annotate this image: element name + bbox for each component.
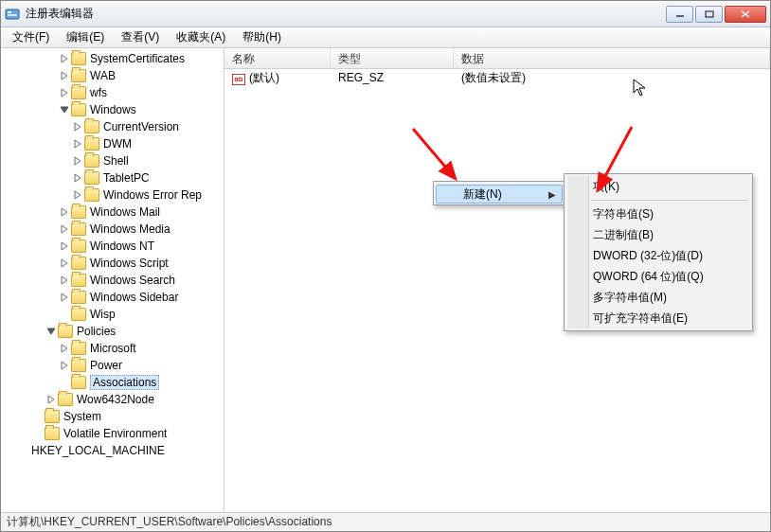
maximize-button[interactable]: [695, 6, 723, 23]
folder-icon: [71, 86, 86, 99]
tree-twisty-icon[interactable]: [71, 173, 84, 183]
folder-icon: [71, 342, 86, 355]
tree-view[interactable]: SystemCertificatesWABwfsWindowsCurrentVe…: [1, 48, 224, 512]
tree-item[interactable]: Wisp: [1, 306, 224, 323]
tree-item[interactable]: wfs: [1, 84, 224, 101]
tree-twisty-icon[interactable]: [45, 395, 58, 404]
menu-help[interactable]: 帮助(H): [235, 27, 289, 47]
folder-icon: [71, 69, 86, 82]
tree-twisty-icon[interactable]: [71, 122, 84, 132]
tree-item-label: Windows Sidebar: [90, 291, 178, 304]
tree-item-label: DWM: [103, 137, 132, 151]
tree-item-label: Volatile Environment: [63, 427, 167, 440]
window-title: 注册表编辑器: [26, 6, 666, 22]
tree-item[interactable]: Wow6432Node: [1, 391, 224, 408]
tree-item[interactable]: HKEY_LOCAL_MACHINE: [1, 442, 224, 459]
submenu-qword-label: QWORD (64 位)值(Q): [593, 269, 704, 285]
folder-icon: [84, 120, 99, 133]
tree-twisty-icon[interactable]: [58, 224, 71, 234]
submenu-key[interactable]: 项(K): [566, 176, 750, 197]
value-list[interactable]: 名称 类型 数据 ab(默认)REG_SZ(数值未设置) 新建(N) ▶ 项(K…: [224, 48, 770, 512]
context-submenu-new[interactable]: 项(K) 字符串值(S) 二进制值(B) DWORD (32-位)值(D) QW…: [564, 173, 753, 331]
folder-icon: [71, 103, 86, 116]
menu-edit[interactable]: 编辑(E): [59, 27, 112, 47]
tree-item[interactable]: Windows Media: [1, 221, 224, 238]
submenu-multistring[interactable]: 多字符串值(M): [566, 287, 750, 308]
context-menu[interactable]: 新建(N) ▶: [433, 181, 565, 205]
tree-item-label: WAB: [90, 69, 116, 82]
tree-item[interactable]: System: [1, 408, 224, 425]
menu-favorites[interactable]: 收藏夹(A): [169, 27, 233, 47]
tree-twisty-icon[interactable]: [58, 258, 71, 268]
list-row[interactable]: ab(默认)REG_SZ(数值未设置): [224, 69, 770, 86]
tree-item[interactable]: Windows Search: [1, 272, 224, 289]
folder-icon: [71, 274, 86, 287]
submenu-string[interactable]: 字符串值(S): [566, 204, 750, 224]
svg-rect-2: [8, 14, 17, 16]
tree-twisty-icon[interactable]: [58, 105, 71, 115]
col-type[interactable]: 类型: [331, 48, 454, 68]
tree-item[interactable]: Power: [1, 357, 224, 374]
tree-twisty-icon[interactable]: [58, 88, 71, 98]
tree-item[interactable]: Windows NT: [1, 238, 224, 255]
menu-file[interactable]: 文件(F): [5, 27, 57, 47]
tree-item[interactable]: CurrentVersion: [1, 118, 224, 135]
folder-icon: [58, 325, 73, 338]
tree-item-label: Wow6432Node: [77, 393, 154, 406]
folder-icon: [45, 427, 60, 440]
tree-twisty-icon[interactable]: [58, 344, 71, 353]
tree-item[interactable]: Policies: [1, 323, 224, 340]
submenu-qword[interactable]: QWORD (64 位)值(Q): [566, 266, 750, 287]
tree-item[interactable]: Microsoft: [1, 340, 224, 357]
tree-item[interactable]: WAB: [1, 67, 224, 84]
tree-item[interactable]: Windows: [1, 101, 224, 118]
tree-twisty-icon[interactable]: [58, 54, 71, 63]
value-type: REG_SZ: [338, 71, 384, 84]
submenu-dword[interactable]: DWORD (32-位)值(D): [566, 245, 750, 266]
col-data[interactable]: 数据: [454, 48, 770, 68]
tree-twisty-icon[interactable]: [71, 139, 84, 149]
tree-item[interactable]: Windows Error Rep: [1, 186, 224, 204]
tree-twisty-icon[interactable]: [58, 71, 71, 80]
tree-item[interactable]: Volatile Environment: [1, 425, 224, 442]
tree-twisty-icon[interactable]: [58, 207, 71, 217]
tree-twisty-icon[interactable]: [45, 327, 58, 336]
submenu-multistring-label: 多字符串值(M): [593, 290, 667, 306]
context-menu-new-label: 新建(N): [463, 186, 502, 203]
close-button[interactable]: [725, 6, 766, 23]
col-name[interactable]: 名称: [224, 48, 331, 68]
tree-twisty-icon[interactable]: [71, 190, 84, 200]
submenu-arrow-icon: ▶: [548, 189, 556, 200]
folder-icon: [84, 188, 99, 202]
menu-view[interactable]: 查看(V): [114, 27, 167, 47]
submenu-expandstring-label: 可扩充字符串值(E): [593, 310, 688, 327]
value-data: (数值未设置): [461, 71, 526, 84]
tree-item[interactable]: Associations: [1, 374, 224, 391]
folder-icon: [71, 205, 86, 219]
submenu-key-label: 项(K): [593, 179, 619, 195]
tree-twisty-icon[interactable]: [71, 156, 84, 166]
submenu-expandstring[interactable]: 可扩充字符串值(E): [566, 308, 750, 328]
context-menu-new[interactable]: 新建(N) ▶: [436, 185, 563, 204]
tree-twisty-icon[interactable]: [58, 361, 71, 370]
tree-twisty-icon[interactable]: [58, 275, 71, 285]
tree-item[interactable]: Windows Script: [1, 255, 224, 272]
tree-item[interactable]: SystemCertificates: [1, 50, 224, 67]
folder-icon: [45, 410, 60, 423]
tree-item[interactable]: Windows Mail: [1, 204, 224, 221]
tree-item-label: Shell: [103, 154, 129, 168]
folder-icon: [58, 393, 73, 406]
tree-item[interactable]: TabletPC: [1, 169, 224, 186]
tree-twisty-icon[interactable]: [58, 293, 71, 302]
menubar: 文件(F) 编辑(E) 查看(V) 收藏夹(A) 帮助(H): [1, 27, 770, 48]
tree-twisty-icon[interactable]: [58, 241, 71, 251]
minimize-button[interactable]: [666, 6, 693, 23]
tree-item[interactable]: Shell: [1, 152, 224, 169]
folder-icon: [71, 257, 86, 270]
tree-item[interactable]: DWM: [1, 135, 224, 152]
string-value-icon: ab: [232, 74, 245, 85]
tree-item-label: Windows Mail: [90, 205, 160, 219]
submenu-binary[interactable]: 二进制值(B): [566, 224, 750, 245]
tree-item[interactable]: Windows Sidebar: [1, 289, 224, 306]
folder-icon: [71, 308, 86, 321]
